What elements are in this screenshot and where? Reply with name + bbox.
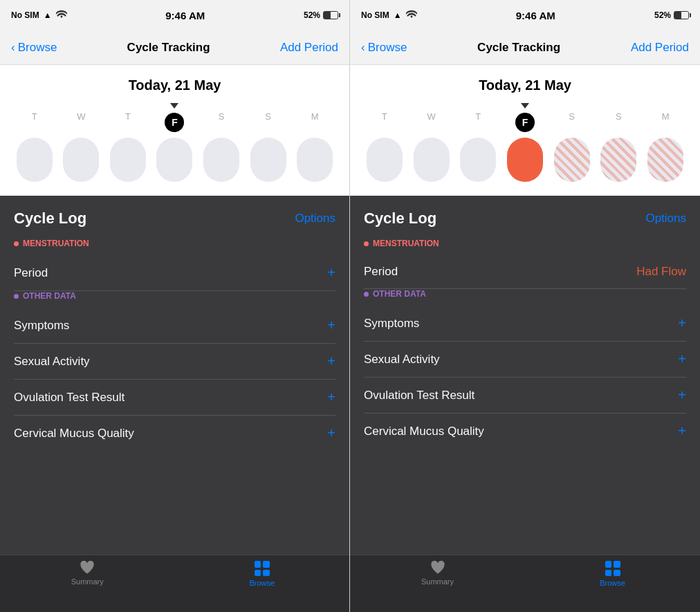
circle-row[interactable] [361,138,689,182]
tab-browse[interactable]: Browse [525,561,700,587]
wifi-icon [56,10,67,21]
log-item-1[interactable]: Symptoms + [364,306,686,342]
battery-percent: 52% [304,10,320,20]
calendar-section: Today, 21 May T W T F S S M [0,65,349,196]
day-circle-4[interactable] [554,138,590,182]
weekday-cell-4: S [202,102,241,132]
today-indicator: F [165,113,184,132]
chevron-left-icon: ‹ [361,41,365,55]
day-circle-2[interactable] [460,138,496,182]
weekday-letter: S [265,111,271,122]
log-item-label-3: Ovulation Test Result [14,391,125,405]
back-button[interactable]: ‹ Browse [361,41,407,55]
log-item-3[interactable]: Ovulation Test Result + [14,380,335,416]
menstruation-dot [364,241,369,246]
log-item-label-0: Period [14,266,48,280]
log-item-label-4: Cervical Mucus Quality [14,427,134,441]
no-sim-label: No SIM [361,10,389,20]
day-circle-1[interactable] [63,138,99,182]
weekday-row: T W T F S S M [361,102,689,132]
tab-summary[interactable]: Summary [350,561,525,586]
circle-row[interactable] [11,138,338,182]
weekday-row: T W T F S S M [11,102,338,132]
other-dot [364,292,369,297]
log-item-label-2: Sexual Activity [14,355,90,369]
battery-icon [674,11,689,19]
log-item-add-2[interactable]: + [678,351,686,367]
status-bar: No SIM ▲ 9:46 AM 52% [350,0,700,30]
tab-browse[interactable]: Browse [175,561,350,587]
wifi-icon [406,10,417,21]
day-circle-6[interactable] [297,138,333,182]
weekday-letter: S [569,111,575,122]
log-item-add-1[interactable]: + [327,317,335,333]
day-circle-2[interactable] [110,138,146,182]
heart-icon [80,561,95,575]
day-circle-4[interactable] [203,138,239,182]
day-circle-3[interactable] [507,138,543,182]
options-button[interactable]: Options [295,212,335,225]
day-circle-5[interactable] [250,138,286,182]
log-item-add-1[interactable]: + [678,315,686,331]
log-item-add-4[interactable]: + [678,423,686,439]
log-item-add-2[interactable]: + [327,353,335,369]
day-circle-3[interactable] [156,138,192,182]
log-item-label-4: Cervical Mucus Quality [364,425,484,438]
weekday-cell-4: S [553,102,591,132]
log-item-4[interactable]: Cervical Mucus Quality + [14,416,335,451]
weekday-letter: W [77,111,85,122]
weekday-cell-6: M [646,102,685,132]
cycle-log-header: Cycle Log Options [364,210,686,228]
log-item-2[interactable]: Sexual Activity + [364,342,686,378]
tab-summary[interactable]: Summary [0,561,175,586]
status-right: 52% [304,10,338,20]
nav-title: Cycle Tracking [127,41,210,55]
signal-icon: ▲ [394,10,402,20]
grid-sq-2 [263,561,270,568]
status-time: 9:46 AM [516,10,555,21]
grid-sq-1 [605,561,612,568]
day-circle-5[interactable] [600,138,636,182]
log-item-label-1: Symptoms [364,317,419,331]
log-item-1[interactable]: Symptoms + [14,308,335,344]
weekday-cell-0: T [365,102,404,132]
options-button[interactable]: Options [645,212,686,225]
chevron-left-icon: ‹ [11,41,15,55]
back-button[interactable]: ‹ Browse [11,41,57,55]
day-circle-0[interactable] [17,138,53,182]
grid-icon [605,561,620,576]
log-item-0[interactable]: Period Had Flow [364,255,686,289]
day-circle-0[interactable] [367,138,403,182]
cycle-log-section: Cycle Log Options MENSTRUATION Period + … [0,196,349,555]
other-data-label: OTHER DATA [14,291,335,301]
cycle-log-section: Cycle Log Options MENSTRUATION Period Ha… [350,196,700,555]
menstruation-label: MENSTRUATION [14,239,335,248]
grid-icon [255,561,270,576]
weekday-letter: T [125,111,131,122]
day-circle-1[interactable] [414,138,450,182]
log-item-add-3[interactable]: + [678,387,686,403]
log-item-3[interactable]: Ovulation Test Result + [364,378,686,414]
panel-left: No SIM ▲ 9:46 AM 52% ‹ Browse Cycle Trac… [0,0,350,612]
weekday-cell-6: M [295,102,334,132]
nav-bar: ‹ Browse Cycle Tracking Add Period [350,30,700,65]
weekday-cell-1: W [412,102,451,132]
log-item-4[interactable]: Cervical Mucus Quality + [364,414,686,449]
day-circle-6[interactable] [647,138,683,182]
log-item-add-0[interactable]: + [327,265,335,281]
weekday-letter: T [475,111,481,122]
log-item-2[interactable]: Sexual Activity + [14,344,335,380]
today-indicator: F [515,113,535,132]
grid-sq-2 [614,561,620,568]
add-period-button[interactable]: Add Period [280,41,338,55]
status-left: No SIM ▲ [361,10,417,21]
tab-bar: Summary Browse [350,555,700,612]
menstruation-dot [14,241,19,246]
cycle-log-header: Cycle Log Options [14,210,335,228]
grid-sq-4 [614,570,620,577]
log-item-add-3[interactable]: + [327,389,335,405]
status-bar: No SIM ▲ 9:46 AM 52% [0,0,349,30]
log-item-0[interactable]: Period + [14,255,335,291]
add-period-button[interactable]: Add Period [631,41,689,55]
log-item-add-4[interactable]: + [327,425,335,441]
